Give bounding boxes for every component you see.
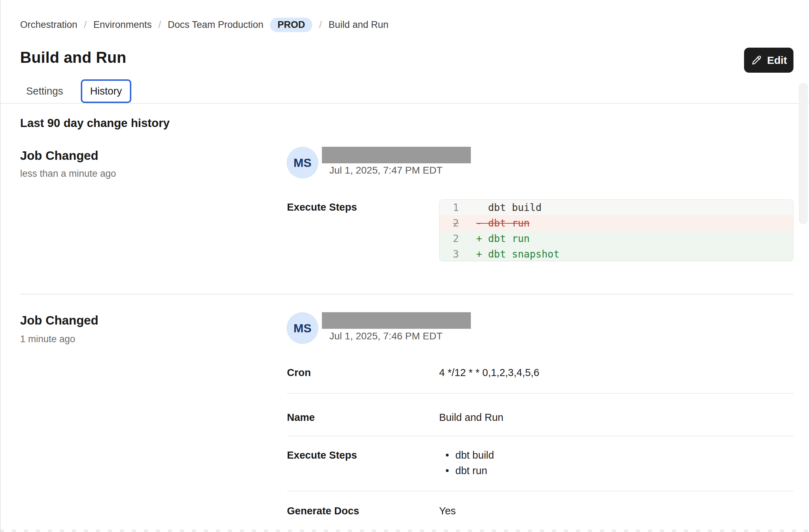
diff-line-code: - dbt run: [476, 217, 530, 229]
tab-bar: Settings History: [20, 79, 131, 103]
entry-title: Job Changed: [20, 149, 98, 163]
entry-timestamp: Jul 1, 2025, 7:47 PM EDT: [329, 165, 443, 176]
diff-line-number: 3: [453, 248, 476, 260]
diff-line-number: 2: [453, 217, 476, 229]
edit-button[interactable]: Edit: [744, 48, 793, 73]
breadcrumb-separator: /: [319, 19, 322, 30]
diff-line-added: 3+ dbt snapshot: [439, 246, 793, 261]
redacted-username-bar: [322, 312, 471, 329]
entry-relative-time: 1 minute ago: [20, 334, 75, 345]
bullet-icon: •: [445, 465, 455, 477]
breadcrumb-orchestration[interactable]: Orchestration: [20, 19, 77, 30]
field-label-execute-steps: Execute Steps: [287, 201, 357, 213]
avatar: MS: [287, 147, 318, 179]
field-row-divider: [287, 393, 793, 394]
pencil-icon: [750, 54, 762, 66]
breadcrumb-environment-name[interactable]: Docs Team Production: [168, 19, 263, 30]
field-value-name: Build and Run: [439, 412, 503, 423]
diff-line-code: dbt build: [476, 202, 541, 213]
breadcrumb-separator: /: [158, 19, 161, 30]
breadcrumb-environments[interactable]: Environments: [94, 19, 152, 30]
tab-history[interactable]: History: [81, 79, 131, 103]
entry-divider: [20, 294, 793, 295]
bullet-icon: •: [445, 449, 455, 461]
field-label-name: Name: [287, 412, 315, 423]
execute-step-item: •dbt build: [445, 449, 494, 461]
diff-line-added: 2+ dbt run: [439, 231, 793, 246]
entry-relative-time: less than a minute ago: [20, 168, 116, 179]
page-left-border: [0, 0, 1, 532]
edit-button-label: Edit: [767, 54, 787, 66]
diff-line-code: + dbt snapshot: [476, 248, 559, 260]
env-badge-prod: PROD: [270, 18, 312, 32]
field-label-generate-docs: Generate Docs: [287, 505, 359, 517]
field-value-cron: 4 */12 * * 0,1,2,3,4,5,6: [439, 367, 539, 379]
execute-step-item: •dbt run: [445, 465, 487, 477]
tab-bar-divider: [0, 103, 809, 104]
tab-settings[interactable]: Settings: [20, 85, 69, 97]
field-label-execute-steps: Execute Steps: [287, 449, 357, 461]
diff-line-number: 2: [453, 233, 476, 244]
diff-line-number: 1: [453, 202, 476, 213]
redacted-username-bar: [322, 147, 471, 163]
section-title: Last 90 day change history: [20, 116, 170, 130]
job-history-page: Orchestration / Environments / Docs Team…: [0, 0, 809, 532]
entry-timestamp: Jul 1, 2025, 7:46 PM EDT: [329, 331, 443, 342]
avatar: MS: [287, 312, 318, 344]
execute-steps-diff-block: 1 dbt build 2- dbt run 2+ dbt run 3+ dbt…: [439, 199, 793, 261]
field-label-cron: Cron: [287, 367, 311, 379]
breadcrumb-current-page: Build and Run: [329, 19, 389, 30]
breadcrumb-separator: /: [84, 19, 87, 30]
entry-title: Job Changed: [20, 313, 98, 327]
diff-line-context: 1 dbt build: [439, 200, 793, 215]
breadcrumb: Orchestration / Environments / Docs Team…: [20, 16, 388, 33]
cutoff-content-ticks: [0, 530, 809, 532]
execute-step-text: dbt build: [455, 449, 494, 461]
scrollbar-thumb[interactable]: [799, 83, 808, 224]
page-title: Build and Run: [20, 49, 126, 66]
field-row-divider: [287, 491, 793, 491]
execute-step-text: dbt run: [455, 465, 487, 476]
field-row-divider: [287, 436, 793, 436]
diff-line-code: + dbt run: [476, 233, 530, 244]
diff-line-removed: 2- dbt run: [439, 215, 793, 231]
field-value-generate-docs: Yes: [439, 505, 456, 517]
